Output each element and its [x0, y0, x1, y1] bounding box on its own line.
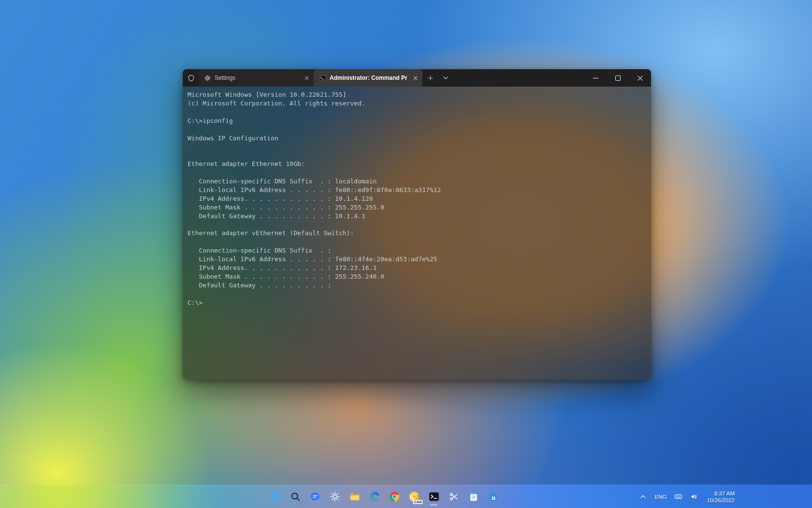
terminal-line: Windows IP Configuration	[188, 134, 646, 143]
terminal-line	[188, 125, 646, 134]
system-tray: ENG 8:37 AM 10/26/2022	[636, 485, 739, 508]
terminal-line: Subnet Mask . . . . . . . . . . . : 255.…	[188, 203, 646, 212]
terminal-line: Default Gateway . . . . . . . . . :	[188, 281, 646, 290]
terminal-line: Default Gateway . . . . . . . . . : 10.1…	[188, 212, 646, 221]
taskbar-icon-chrome-canary[interactable]: CAN	[405, 488, 423, 506]
tab-admin-label: Administrator: Command Pro	[330, 75, 407, 81]
maximize-button[interactable]	[607, 69, 629, 87]
taskbar-icon-search[interactable]	[286, 488, 304, 506]
taskbar-icon-settings[interactable]	[326, 488, 344, 506]
taskbar-icon-start[interactable]	[266, 488, 285, 506]
terminal-line: Ethernet adapter vEthernet (Default Swit…	[188, 229, 646, 238]
terminal-line: Microsoft Windows [Version 10.0.22621.75…	[188, 90, 646, 99]
touch-keyboard-icon[interactable]	[671, 488, 686, 506]
terminal-output[interactable]: Microsoft Windows [Version 10.0.22621.75…	[183, 87, 651, 380]
taskbar-icons: CAN	[266, 485, 503, 508]
admin-shield-icon	[183, 69, 199, 87]
desktop-wallpaper: Settings Administrator: Command Pro	[0, 0, 812, 508]
terminal-line	[188, 221, 646, 229]
terminal-line	[188, 142, 646, 151]
terminal-line: IPv4 Address. . . . . . . . . . . : 10.1…	[188, 194, 646, 203]
terminal-window: Settings Administrator: Command Pro	[183, 69, 651, 380]
tray-date: 10/26/2022	[707, 497, 735, 504]
terminal-line: Connection-specific DNS Suffix . :	[188, 246, 646, 255]
terminal-line: (c) Microsoft Corporation. All rights re…	[188, 99, 646, 108]
tab-settings[interactable]: Settings	[199, 69, 314, 87]
terminal-line: C:\>ipconfig	[188, 117, 646, 125]
terminal-line: Link-local IPv6 Address . . . . . : fe80…	[188, 255, 646, 264]
taskbar-icon-store[interactable]	[484, 488, 503, 506]
terminal-line: Connection-specific DNS Suffix . : local…	[188, 177, 646, 186]
terminal-line	[188, 151, 646, 160]
tab-settings-close-icon[interactable]	[302, 74, 311, 82]
terminal-line	[188, 238, 646, 246]
language-indicator[interactable]: ENG	[652, 488, 670, 506]
tray-chevron-up-icon[interactable]	[636, 488, 651, 506]
titlebar-drag-region[interactable]: Settings Administrator: Command Pro	[183, 69, 651, 87]
taskbar-icon-edge[interactable]	[365, 488, 384, 506]
tab-admin-command-prompt[interactable]: Administrator: Command Pro	[314, 69, 422, 87]
taskbar-icon-snipping-tool[interactable]	[445, 488, 463, 506]
tray-time: 8:37 AM	[707, 490, 735, 497]
chrome-canary-badge: CAN	[413, 500, 423, 504]
taskbar-icon-notepad[interactable]	[464, 488, 483, 506]
close-button[interactable]	[629, 69, 651, 87]
terminal-line	[188, 168, 646, 177]
window-controls	[584, 69, 651, 87]
tab-admin-close-icon[interactable]	[411, 74, 420, 82]
taskbar-icon-terminal[interactable]	[425, 488, 443, 506]
terminal-line: Subnet Mask . . . . . . . . . . . : 255.…	[188, 272, 646, 281]
taskbar-icon-chat[interactable]	[306, 488, 324, 506]
volume-icon[interactable]	[687, 488, 702, 506]
terminal-line: Link-local IPv6 Address . . . . . : fe80…	[188, 186, 646, 194]
terminal-line	[188, 290, 646, 299]
taskbar-icon-chrome[interactable]	[385, 488, 404, 506]
gear-icon	[204, 75, 211, 82]
terminal-line: IPv4 Address. . . . . . . . . . . : 172.…	[188, 264, 646, 272]
titlebar-empty-area[interactable]	[452, 69, 584, 87]
tab-dropdown-button[interactable]	[438, 72, 452, 85]
terminal-line: Ethernet adapter Ethernet 10Gb:	[188, 160, 646, 168]
minimize-button[interactable]	[584, 69, 607, 87]
new-tab-button[interactable]	[423, 72, 437, 85]
taskbar: CAN ENG 8:37 AM 10/26/2022	[0, 485, 812, 508]
cmd-icon	[319, 75, 326, 82]
clock[interactable]: 8:37 AM 10/26/2022	[703, 488, 739, 506]
taskbar-icon-file-explorer[interactable]	[346, 488, 364, 506]
terminal-line: C:\>	[188, 299, 646, 307]
tab-settings-label: Settings	[215, 75, 299, 81]
terminal-line	[188, 108, 646, 117]
